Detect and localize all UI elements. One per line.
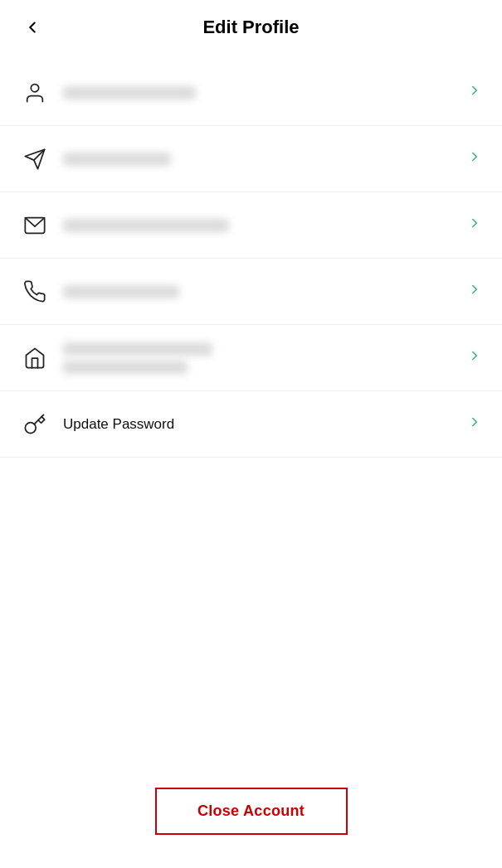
password-content: Update Password xyxy=(63,416,467,433)
username-value xyxy=(63,153,171,166)
close-account-button[interactable]: Close Account xyxy=(155,788,348,835)
email-content xyxy=(63,219,467,232)
chevron-icon xyxy=(467,348,482,367)
home-icon xyxy=(20,343,50,373)
chevron-icon xyxy=(467,216,482,235)
chevron-icon xyxy=(467,282,482,301)
key-icon xyxy=(20,410,50,439)
phone-value xyxy=(63,285,179,298)
phone-content xyxy=(63,285,467,298)
username-content xyxy=(63,153,467,166)
chevron-icon xyxy=(467,83,482,102)
menu-item-password[interactable]: Update Password xyxy=(0,391,502,458)
send-icon xyxy=(20,144,50,174)
email-value xyxy=(63,219,229,232)
phone-icon xyxy=(20,277,50,307)
name-content xyxy=(63,86,467,99)
address-line2 xyxy=(63,361,188,374)
password-label: Update Password xyxy=(63,416,467,433)
page-header: Edit Profile xyxy=(0,0,502,51)
address-content xyxy=(63,342,467,374)
back-button[interactable] xyxy=(17,15,48,40)
address-line1 xyxy=(63,342,212,356)
menu-item-email[interactable] xyxy=(0,192,502,259)
profile-menu-list: Update Password xyxy=(0,60,502,458)
chevron-icon xyxy=(467,415,482,434)
chevron-icon xyxy=(467,149,482,168)
page-title: Edit Profile xyxy=(202,17,299,38)
person-icon xyxy=(20,78,50,108)
menu-item-phone[interactable] xyxy=(0,259,502,325)
close-account-container: Close Account xyxy=(155,788,348,835)
name-value xyxy=(63,86,196,99)
email-icon xyxy=(20,211,50,240)
menu-item-name[interactable] xyxy=(0,60,502,126)
menu-item-address[interactable] xyxy=(0,325,502,391)
menu-item-username[interactable] xyxy=(0,126,502,192)
svg-point-0 xyxy=(31,84,38,91)
